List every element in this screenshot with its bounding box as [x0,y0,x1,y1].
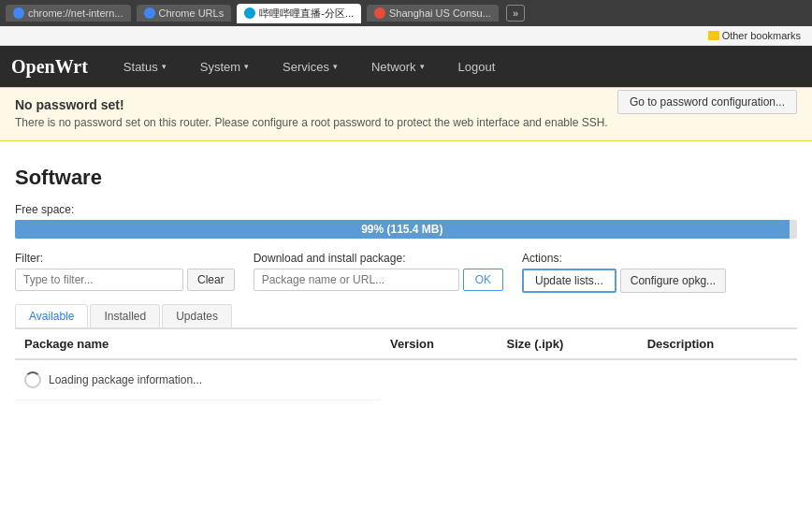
tab-available[interactable]: Available [15,304,88,327]
other-bookmarks[interactable]: Other bookmarks [704,28,805,43]
loading-text: Loading package information... [49,373,202,386]
free-space-bar: 99% (115.4 MB) [15,220,797,239]
more-tabs-button[interactable]: » [506,5,525,22]
filter-controls: Clear [15,269,235,291]
download-controls: OK [254,269,503,291]
page-title: Software [15,166,797,190]
tab-4[interactable]: Shanghai US Consu... [367,5,499,22]
package-input[interactable] [254,269,459,291]
tab-2[interactable]: Chrome URLs [137,5,232,22]
filter-group: Filter: Clear [15,252,235,291]
update-lists-button[interactable]: Update lists... [522,269,616,293]
nav-services-arrow: ▾ [333,62,338,71]
tab-1-favicon [13,7,24,19]
tab-4-label: Shanghai US Consu... [389,7,491,19]
download-label: Download and install package: [254,252,503,265]
col-description: Description [638,329,797,360]
table-header-row: Package name Version Size (.ipk) Descrip… [15,329,797,360]
nav-status[interactable]: Status ▾ [116,51,174,83]
tab-4-favicon [374,7,385,19]
nav-network-arrow: ▾ [420,62,425,71]
filter-input[interactable] [15,269,183,291]
package-table: Package name Version Size (.ipk) Descrip… [15,328,797,400]
warning-text: There is no password set on this router.… [15,116,797,129]
free-space-label: Free space: [15,203,797,216]
ok-button[interactable]: OK [463,269,503,291]
col-package-name: Package name [15,329,381,360]
nav-logout[interactable]: Logout [451,51,503,83]
progress-bar-fill: 99% (115.4 MB) [15,220,790,239]
main-nav: OpenWrt Status ▾ System ▾ Services ▾ Net… [0,46,812,87]
tab-3[interactable]: 哔哩哔哩直播-分区... [237,4,361,23]
filter-label: Filter: [15,252,235,265]
tab-2-label: Chrome URLs [159,7,225,19]
tab-installed[interactable]: Installed [90,304,160,327]
tab-1-label: chrome://net-intern... [28,7,123,19]
nav-network[interactable]: Network ▾ [364,51,432,83]
tab-1[interactable]: chrome://net-intern... [6,5,131,22]
configure-opkg-button[interactable]: Configure opkg... [620,269,726,293]
actions-buttons: Update lists... Configure opkg... [522,269,726,293]
main-content: Software Free space: 99% (115.4 MB) Filt… [0,156,812,410]
tab-2-favicon [144,7,155,19]
tab-updates[interactable]: Updates [162,304,232,327]
controls-row: Filter: Clear Download and install packa… [15,252,797,293]
bookmarks-bar: Other bookmarks [0,26,812,46]
col-version: Version [381,329,498,360]
tab-3-favicon [244,7,255,19]
loading-spinner [24,371,41,388]
download-group: Download and install package: OK [254,252,503,291]
nav-system-arrow: ▾ [244,62,249,71]
nav-system[interactable]: System ▾ [193,51,256,83]
package-tabs: Available Installed Updates [15,304,797,328]
actions-label: Actions: [522,252,726,265]
other-bookmarks-label: Other bookmarks [722,30,801,41]
nav-services[interactable]: Services ▾ [275,51,345,83]
go-to-password-button[interactable]: Go to password configuration... [617,90,797,114]
clear-button[interactable]: Clear [187,269,235,291]
col-size: Size (.ipk) [498,329,638,360]
actions-group: Actions: Update lists... Configure opkg.… [522,252,726,293]
loading-row: Loading package information... [15,359,797,400]
nav-status-arrow: ▾ [162,62,167,71]
browser-tab-bar: chrome://net-intern... Chrome URLs 哔哩哔哩直… [0,0,812,26]
bookmark-folder-icon [708,31,719,40]
openwrt-logo: OpenWrt [11,56,88,78]
tab-3-label: 哔哩哔哩直播-分区... [259,7,354,21]
warning-banner: Go to password configuration... No passw… [0,87,812,141]
